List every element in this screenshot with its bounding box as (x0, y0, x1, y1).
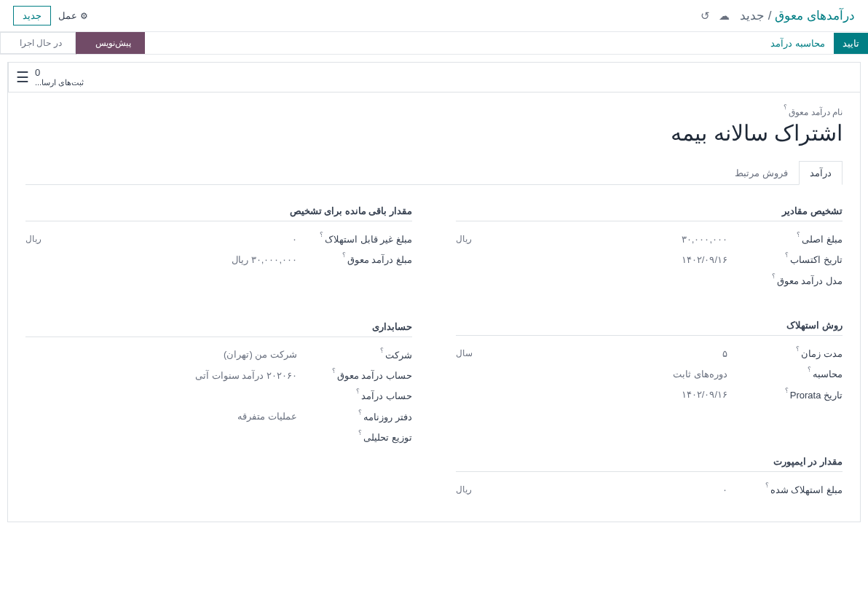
action-menu[interactable]: ⚙ عمل (58, 10, 88, 21)
group-import: مقدار در ایمپورت (456, 456, 843, 472)
duration-field[interactable]: ۵ سال (456, 348, 727, 359)
action-label: عمل (58, 10, 77, 21)
tab-related-sales[interactable]: فروش مرتبط (724, 161, 799, 185)
group-remaining: مقدار باقی مانده برای تشخیص (25, 205, 412, 221)
compute-revenue-button[interactable]: محاسبه درآمد (762, 33, 834, 54)
journal-label: دفتر روزنامه؟ (303, 411, 412, 422)
stat-label: ثبت‌های ارسا... (35, 78, 84, 87)
group-method: روش استهلاک (456, 320, 843, 336)
deferred-account-label: حساب درآمد معوق؟ (303, 369, 412, 381)
journal-field[interactable]: عملیات متفرقه (25, 411, 297, 422)
duration-label: مدت زمان؟ (733, 347, 843, 359)
undo-icon[interactable]: ↺ (701, 9, 710, 23)
new-button[interactable]: جدید (13, 6, 51, 25)
breadcrumb-current: جدید (740, 9, 765, 23)
deferred-amount-field: ۳۰,۰۰۰,۰۰۰ ریال (25, 254, 297, 265)
breadcrumb: درآمدهای معوق / جدید (740, 8, 855, 23)
depreciated-label: مبلغ استهلاک شده؟ (733, 484, 843, 495)
computation-label: محاسبه؟ (733, 368, 843, 379)
prorata-date-field[interactable]: ۱۴۰۲/۰۹/۱۶ (456, 389, 727, 400)
posted-entries-button[interactable]: 0 ثبت‌های ارسا... ☰ (8, 63, 91, 92)
stat-count: 0 (35, 67, 84, 78)
computation-field[interactable]: دوره‌های ثابت (456, 369, 727, 379)
analytic-label: توزیع تحلیلی؟ (303, 431, 412, 443)
deferred-account-field[interactable]: ۲۰۲۰۶۰ درآمد سنوات آتی (25, 370, 297, 381)
confirm-button[interactable]: تایید (834, 33, 868, 54)
company-label: شرکت؟ (303, 349, 412, 361)
group-allocation: تشخیص مقادیر (456, 205, 843, 221)
depreciated-field[interactable]: ۰ ریال (456, 484, 727, 495)
cloud-upload-icon[interactable]: ☁ (719, 9, 730, 23)
non-depreciable-field[interactable]: ۰ ریال (25, 234, 297, 245)
group-accounting: حسابداری (25, 321, 412, 337)
company-field[interactable]: شرکت من (تهران) (25, 349, 297, 360)
model-label: مدل درآمد معوق؟ (733, 275, 843, 286)
tab-revenue[interactable]: درآمد (799, 161, 843, 185)
acquisition-date-label: تاریخ اکتساب؟ (733, 253, 843, 265)
stage-running[interactable]: در حال اجرا (0, 32, 76, 54)
original-value-field[interactable]: ۳۰,۰۰۰,۰۰۰ ریال (456, 234, 727, 245)
revenue-account-label: حساب درآمد؟ (303, 390, 412, 401)
breadcrumb-root[interactable]: درآمدهای معوق (775, 9, 855, 23)
stage-draft[interactable]: پیش‌نویس (76, 32, 145, 54)
deferred-amount-label: مبلغ درآمد معوق؟ (303, 253, 412, 265)
prorata-date-label: تاریخ Prorata؟ (733, 389, 843, 401)
gear-icon: ⚙ (80, 11, 88, 21)
name-label: نام درآمد معوق؟ (25, 106, 843, 117)
acquisition-date-field[interactable]: ۱۴۰۲/۰۹/۱۶ (456, 254, 727, 265)
original-value-label: مبلغ اصلی؟ (733, 233, 843, 245)
bars-icon: ☰ (16, 68, 29, 86)
non-depreciable-label: مبلغ غیر قابل استهلاک؟ (303, 233, 412, 245)
record-title[interactable]: اشتراک سالانه بیمه (25, 120, 843, 146)
